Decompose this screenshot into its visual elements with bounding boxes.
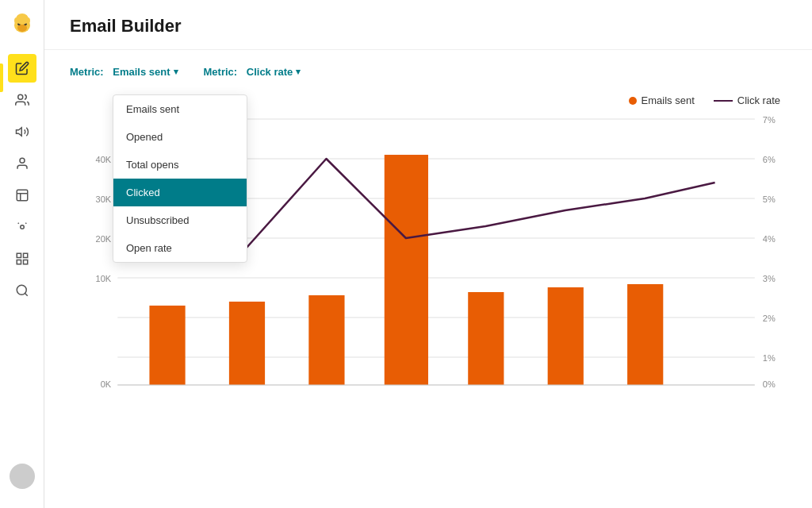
metric2-label: Metric: — [204, 66, 238, 78]
sidebar — [0, 0, 44, 508]
header: Email Builder — [44, 0, 812, 50]
sidebar-item-reports[interactable] — [8, 244, 36, 273]
svg-rect-17 — [23, 260, 27, 264]
bar-2 — [229, 302, 265, 385]
svg-rect-18 — [17, 260, 21, 264]
sidebar-item-content[interactable] — [8, 181, 36, 210]
svg-text:20K: 20K — [96, 234, 112, 244]
svg-text:2%: 2% — [763, 314, 776, 323]
sidebar-item-search[interactable] — [8, 276, 36, 305]
svg-point-7 — [25, 17, 30, 24]
dropdown-item-emails-sent[interactable]: Emails sent — [113, 95, 247, 123]
svg-text:0%: 0% — [763, 379, 776, 389]
svg-text:7%: 7% — [763, 115, 776, 125]
svg-marker-9 — [16, 128, 21, 137]
svg-text:6%: 6% — [763, 155, 776, 164]
svg-rect-15 — [17, 253, 21, 257]
svg-text:1%: 1% — [763, 353, 776, 363]
svg-text:10K: 10K — [96, 274, 112, 283]
sidebar-bottom — [10, 464, 35, 498]
svg-point-19 — [17, 285, 26, 294]
metric1-label: Metric: — [70, 66, 104, 78]
metric-selector-2[interactable]: Metric: Click rate ▾ — [204, 66, 301, 78]
dropdown-item-opened[interactable]: Opened — [113, 123, 247, 151]
svg-text:3%: 3% — [763, 274, 776, 283]
bar-7 — [627, 284, 663, 385]
dropdown-item-total-opens[interactable]: Total opens — [113, 151, 247, 179]
metric1-chevron: ▾ — [174, 67, 178, 77]
bar-5 — [468, 292, 504, 385]
dropdown-item-clicked[interactable]: Clicked — [113, 179, 247, 206]
svg-text:30K: 30K — [96, 194, 112, 204]
svg-point-6 — [14, 17, 19, 24]
mailchimp-logo — [8, 10, 36, 38]
metric2-value[interactable]: Click rate — [247, 66, 293, 78]
sidebar-accent — [0, 64, 3, 92]
bar-6 — [548, 287, 584, 385]
dropdown-item-open-rate[interactable]: Open rate — [113, 234, 247, 262]
svg-point-10 — [20, 158, 25, 163]
svg-point-8 — [17, 94, 22, 99]
svg-text:5%: 5% — [763, 194, 776, 204]
sidebar-item-automations[interactable] — [8, 213, 36, 241]
metric2-chevron: ▾ — [296, 67, 301, 77]
svg-text:40K: 40K — [96, 155, 112, 164]
metric-selector-1[interactable]: Metric: Emails sent ▾ — [70, 66, 178, 78]
bar-1 — [149, 306, 185, 385]
sidebar-item-audience[interactable] — [8, 149, 36, 178]
main-content: Email Builder Metric: Emails sent ▾ Metr… — [44, 0, 812, 508]
sidebar-item-pencil[interactable] — [8, 54, 36, 83]
metric1-value[interactable]: Emails sent — [113, 66, 170, 78]
page-title: Email Builder — [70, 16, 787, 37]
bar-3 — [308, 295, 344, 385]
svg-text:0K: 0K — [101, 379, 112, 389]
dropdown-item-unsubscribed[interactable]: Unsubscribed — [113, 206, 247, 234]
sidebar-item-users[interactable] — [8, 86, 36, 114]
svg-rect-16 — [23, 253, 27, 257]
bar-4 — [385, 155, 428, 385]
legend-line-click-rate — [714, 100, 733, 102]
sidebar-item-campaigns[interactable] — [8, 117, 36, 146]
svg-rect-11 — [17, 190, 28, 201]
avatar[interactable] — [10, 464, 35, 489]
metric-dropdown: Emails sent Opened Total opens Clicked U… — [113, 94, 247, 263]
svg-text:4%: 4% — [763, 234, 776, 244]
chart-area: Metric: Emails sent ▾ Metric: Click rate… — [44, 50, 812, 508]
svg-point-14 — [20, 225, 24, 229]
metric-selectors: Metric: Emails sent ▾ Metric: Click rate… — [70, 66, 787, 78]
svg-line-20 — [25, 293, 27, 295]
